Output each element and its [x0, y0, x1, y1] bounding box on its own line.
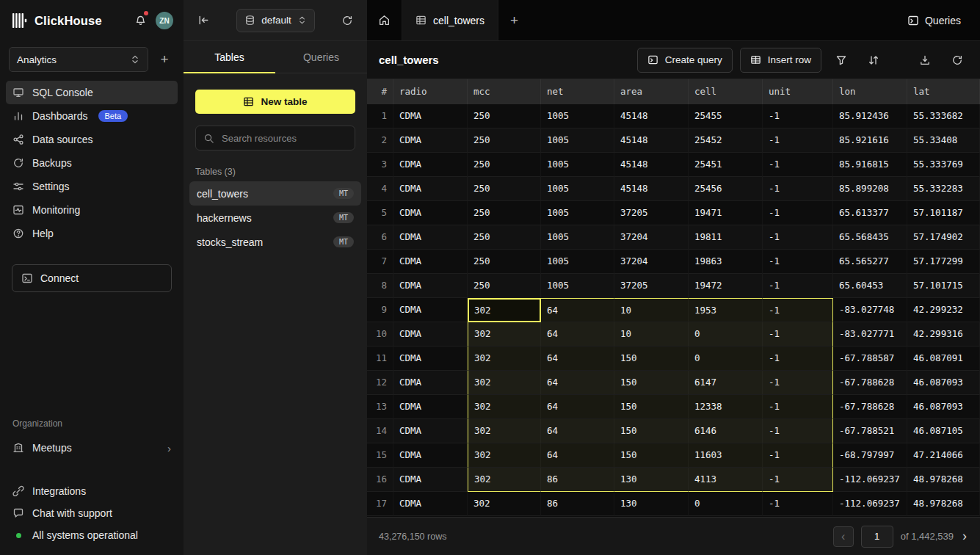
table-cell[interactable]: CDMA — [393, 371, 468, 395]
table-cell[interactable]: -68.797997 — [833, 443, 907, 468]
table-cell[interactable]: -67.788628 — [833, 395, 907, 419]
table-cell[interactable]: -1 — [763, 322, 833, 347]
table-cell[interactable]: 55.332283 — [907, 177, 980, 201]
table-cell[interactable]: CDMA — [393, 468, 468, 492]
table-cell[interactable]: -1 — [763, 492, 833, 516]
table-cell[interactable]: 64 — [541, 371, 614, 395]
table-cell[interactable]: 46.087091 — [907, 347, 980, 371]
table-cell[interactable]: 64 — [541, 322, 614, 347]
sidebar-item-meetups[interactable]: Meetups › — [6, 436, 178, 460]
table-cell[interactable]: 45148 — [614, 104, 689, 128]
table-cell[interactable]: 85.899208 — [833, 177, 907, 201]
column-header[interactable]: mcc — [468, 79, 541, 104]
table-cell[interactable]: -67.788587 — [833, 347, 907, 371]
table-cell[interactable]: 65.613377 — [833, 201, 907, 225]
table-list-item-hackernews[interactable]: hackernews MT — [189, 206, 361, 230]
column-header[interactable]: area — [614, 79, 689, 104]
table-cell[interactable]: 6147 — [689, 371, 763, 395]
table-cell[interactable]: 0 — [689, 322, 763, 347]
sidebar-item-backups[interactable]: Backups — [6, 151, 178, 175]
search-input[interactable] — [220, 132, 347, 145]
database-selector[interactable]: default — [236, 9, 315, 32]
table-cell[interactable]: 86 — [541, 468, 614, 492]
table-cell[interactable]: 85.921616 — [833, 128, 907, 153]
table-cell[interactable]: -112.069237 — [833, 468, 907, 492]
table-cell[interactable]: 10 — [614, 298, 689, 322]
avatar[interactable]: ZN — [156, 12, 173, 29]
table-cell[interactable]: 64 — [541, 347, 614, 371]
add-workspace-button[interactable]: + — [156, 51, 173, 68]
queries-button[interactable]: Queries — [903, 14, 965, 27]
table-cell[interactable]: 19863 — [689, 250, 763, 274]
table-cell[interactable]: CDMA — [393, 395, 468, 419]
sidebar-item-monitoring[interactable]: Monitoring — [6, 198, 178, 222]
table-cell[interactable]: 302 — [468, 443, 541, 468]
table-cell[interactable]: 45148 — [614, 177, 689, 201]
table-cell[interactable]: -112.069237 — [833, 492, 907, 516]
table-cell[interactable]: 1005 — [541, 225, 614, 250]
table-cell[interactable]: 25456 — [689, 177, 763, 201]
sidebar-item-system-status[interactable]: All systems operational — [6, 524, 178, 546]
table-cell[interactable]: 250 — [468, 274, 541, 298]
insert-row-button[interactable]: Insert row — [740, 48, 821, 73]
sidebar-item-data-sources[interactable]: Data sources — [6, 128, 178, 151]
table-cell[interactable]: 150 — [614, 371, 689, 395]
table-cell[interactable]: 57.174902 — [907, 225, 980, 250]
table-cell[interactable]: 302 — [468, 298, 541, 322]
table-cell[interactable]: 250 — [468, 225, 541, 250]
table-cell[interactable]: 25452 — [689, 128, 763, 153]
table-cell[interactable]: CDMA — [393, 177, 468, 201]
table-cell[interactable]: CDMA — [393, 153, 468, 177]
table-cell[interactable]: 6146 — [689, 419, 763, 443]
sidebar-item-integrations[interactable]: Integrations — [6, 480, 178, 502]
table-cell[interactable]: -1 — [763, 153, 833, 177]
table-cell[interactable]: -1 — [763, 468, 833, 492]
table-cell[interactable]: 46.087093 — [907, 395, 980, 419]
table-cell[interactable]: 4113 — [689, 468, 763, 492]
table-cell[interactable]: -1 — [763, 201, 833, 225]
table-cell[interactable]: 302 — [468, 419, 541, 443]
table-cell[interactable]: 1005 — [541, 104, 614, 128]
new-table-button[interactable]: New table — [195, 90, 355, 114]
table-cell[interactable]: CDMA — [393, 419, 468, 443]
table-cell[interactable]: 19472 — [689, 274, 763, 298]
sidebar-item-dashboards[interactable]: Dashboards Beta — [6, 104, 178, 128]
table-cell[interactable]: CDMA — [393, 250, 468, 274]
table-cell[interactable]: 1005 — [541, 201, 614, 225]
table-cell[interactable]: CDMA — [393, 298, 468, 322]
table-cell[interactable]: -1 — [763, 419, 833, 443]
column-header[interactable]: lon — [833, 79, 907, 104]
table-cell[interactable]: CDMA — [393, 492, 468, 516]
column-header[interactable]: # — [367, 79, 393, 104]
table-cell[interactable]: CDMA — [393, 201, 468, 225]
table-cell[interactable]: -1 — [763, 250, 833, 274]
table-cell[interactable]: 48.978268 — [907, 468, 980, 492]
table-cell[interactable]: 1005 — [541, 177, 614, 201]
table-cell[interactable]: CDMA — [393, 322, 468, 347]
table-cell[interactable]: 65.568435 — [833, 225, 907, 250]
table-cell[interactable]: -1 — [763, 298, 833, 322]
table-cell[interactable]: 302 — [468, 371, 541, 395]
sidebar-item-help[interactable]: Help — [6, 222, 178, 245]
tab-tables[interactable]: Tables — [184, 41, 275, 73]
table-cell[interactable]: 55.333682 — [907, 104, 980, 128]
table-cell[interactable]: 64 — [541, 443, 614, 468]
column-header[interactable]: cell — [689, 79, 763, 104]
table-cell[interactable]: CDMA — [393, 443, 468, 468]
table-cell[interactable]: 25455 — [689, 104, 763, 128]
table-cell[interactable]: 130 — [614, 468, 689, 492]
table-cell[interactable]: 250 — [468, 201, 541, 225]
next-page-button[interactable]: › — [961, 529, 968, 544]
table-cell[interactable]: 1005 — [541, 250, 614, 274]
table-cell[interactable]: 55.33408 — [907, 128, 980, 153]
table-cell[interactable]: 64 — [541, 419, 614, 443]
tab-queries[interactable]: Queries — [275, 41, 367, 73]
table-cell[interactable]: CDMA — [393, 274, 468, 298]
table-cell[interactable]: 57.177299 — [907, 250, 980, 274]
workspace-selector[interactable]: Analytics — [9, 47, 148, 72]
table-cell[interactable]: 45148 — [614, 128, 689, 153]
table-cell[interactable]: 250 — [468, 250, 541, 274]
table-cell[interactable]: 1005 — [541, 128, 614, 153]
table-cell[interactable]: -1 — [763, 443, 833, 468]
table-cell[interactable]: 250 — [468, 104, 541, 128]
